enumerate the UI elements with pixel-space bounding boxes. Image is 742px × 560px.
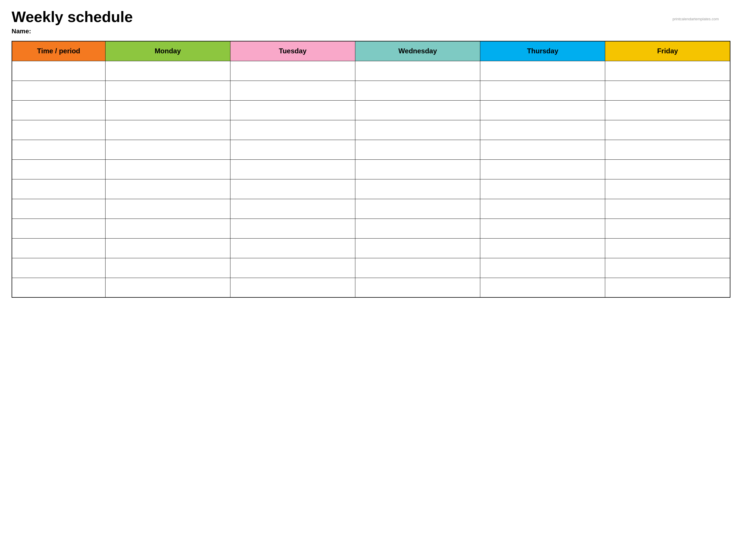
- table-cell[interactable]: [230, 159, 355, 179]
- table-cell[interactable]: [355, 179, 480, 199]
- header-row: Time / period Monday Tuesday Wednesday T…: [12, 41, 730, 61]
- table-cell[interactable]: [605, 100, 730, 120]
- table-cell[interactable]: [605, 179, 730, 199]
- table-cell[interactable]: [230, 258, 355, 278]
- header-monday: Monday: [105, 41, 230, 61]
- table-cell[interactable]: [480, 179, 605, 199]
- table-cell[interactable]: [105, 199, 230, 218]
- table-cell[interactable]: [105, 100, 230, 120]
- table-row: [12, 199, 730, 218]
- page-title: Weekly schedule: [12, 9, 730, 25]
- table-cell[interactable]: [480, 258, 605, 278]
- name-label: Name:: [12, 28, 730, 35]
- table-cell[interactable]: [105, 179, 230, 199]
- table-cell[interactable]: [105, 120, 230, 140]
- table-cell[interactable]: [605, 218, 730, 238]
- table-cell[interactable]: [355, 238, 480, 258]
- table-cell[interactable]: [230, 238, 355, 258]
- header-wednesday: Wednesday: [355, 41, 480, 61]
- table-row: [12, 238, 730, 258]
- table-cell[interactable]: [480, 120, 605, 140]
- table-row: [12, 120, 730, 140]
- table-cell[interactable]: [12, 258, 105, 278]
- table-cell[interactable]: [230, 61, 355, 81]
- table-row: [12, 81, 730, 100]
- table-cell[interactable]: [355, 100, 480, 120]
- table-cell[interactable]: [355, 61, 480, 81]
- table-cell[interactable]: [480, 199, 605, 218]
- table-cell[interactable]: [355, 140, 480, 159]
- table-cell[interactable]: [230, 100, 355, 120]
- table-cell[interactable]: [480, 218, 605, 238]
- table-cell[interactable]: [12, 81, 105, 100]
- table-row: [12, 278, 730, 297]
- table-cell[interactable]: [105, 159, 230, 179]
- table-cell[interactable]: [355, 258, 480, 278]
- table-cell[interactable]: [605, 120, 730, 140]
- table-cell[interactable]: [12, 61, 105, 81]
- table-cell[interactable]: [230, 81, 355, 100]
- header-friday: Friday: [605, 41, 730, 61]
- header-tuesday: Tuesday: [230, 41, 355, 61]
- table-cell[interactable]: [12, 120, 105, 140]
- table-cell[interactable]: [12, 278, 105, 297]
- table-cell[interactable]: [105, 238, 230, 258]
- table-cell[interactable]: [355, 218, 480, 238]
- table-cell[interactable]: [480, 100, 605, 120]
- table-cell[interactable]: [12, 218, 105, 238]
- table-row: [12, 140, 730, 159]
- schedule-body: [12, 61, 730, 297]
- table-cell[interactable]: [12, 179, 105, 199]
- table-cell[interactable]: [605, 199, 730, 218]
- table-cell[interactable]: [105, 81, 230, 100]
- table-cell[interactable]: [105, 218, 230, 238]
- table-cell[interactable]: [355, 159, 480, 179]
- table-cell[interactable]: [605, 278, 730, 297]
- schedule-table: Time / period Monday Tuesday Wednesday T…: [12, 41, 730, 298]
- table-row: [12, 218, 730, 238]
- watermark: printcalendartemplates.com: [673, 17, 719, 21]
- table-row: [12, 258, 730, 278]
- table-cell[interactable]: [480, 238, 605, 258]
- table-cell[interactable]: [12, 199, 105, 218]
- table-cell[interactable]: [605, 258, 730, 278]
- table-row: [12, 61, 730, 81]
- table-cell[interactable]: [12, 140, 105, 159]
- table-cell[interactable]: [230, 199, 355, 218]
- table-cell[interactable]: [605, 159, 730, 179]
- table-cell[interactable]: [12, 159, 105, 179]
- table-cell[interactable]: [230, 278, 355, 297]
- table-cell[interactable]: [230, 120, 355, 140]
- table-cell[interactable]: [230, 179, 355, 199]
- table-cell[interactable]: [230, 140, 355, 159]
- table-cell[interactable]: [355, 81, 480, 100]
- table-cell[interactable]: [12, 100, 105, 120]
- table-cell[interactable]: [605, 61, 730, 81]
- table-row: [12, 159, 730, 179]
- table-cell[interactable]: [105, 61, 230, 81]
- table-cell[interactable]: [480, 278, 605, 297]
- table-cell[interactable]: [105, 278, 230, 297]
- table-cell[interactable]: [355, 278, 480, 297]
- table-cell[interactable]: [12, 238, 105, 258]
- table-cell[interactable]: [480, 81, 605, 100]
- table-cell[interactable]: [355, 199, 480, 218]
- table-cell[interactable]: [605, 81, 730, 100]
- table-cell[interactable]: [605, 140, 730, 159]
- table-cell[interactable]: [605, 238, 730, 258]
- table-row: [12, 100, 730, 120]
- table-row: [12, 179, 730, 199]
- header-thursday: Thursday: [480, 41, 605, 61]
- table-cell[interactable]: [105, 140, 230, 159]
- header-time: Time / period: [12, 41, 105, 61]
- table-cell[interactable]: [480, 61, 605, 81]
- table-cell[interactable]: [480, 140, 605, 159]
- table-cell[interactable]: [230, 218, 355, 238]
- table-cell[interactable]: [480, 159, 605, 179]
- table-cell[interactable]: [355, 120, 480, 140]
- table-cell[interactable]: [105, 258, 230, 278]
